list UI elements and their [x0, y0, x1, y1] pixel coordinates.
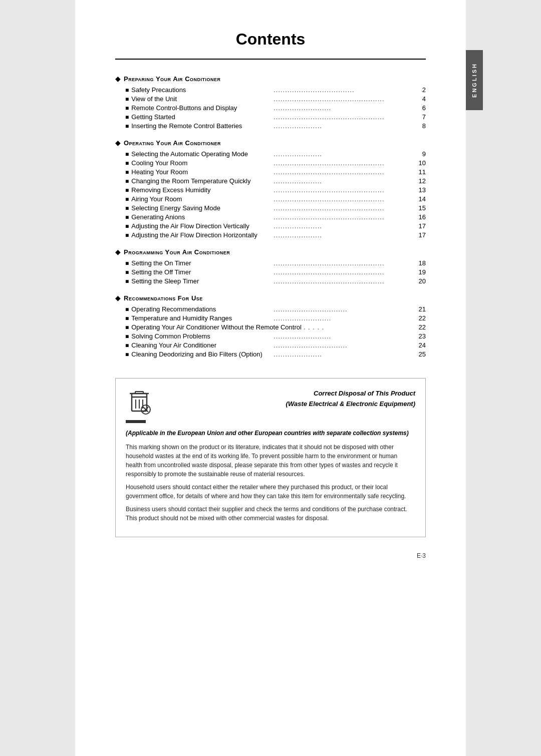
- list-item: ■ Solving Common Problems ..............…: [115, 332, 426, 340]
- bullet-icon: ■: [125, 105, 129, 112]
- list-item: ■ Heating Your Room ....................…: [115, 168, 426, 176]
- list-item: ■ Setting the Off Timer ................…: [115, 268, 426, 276]
- section-recommendations-items: ■ Operating Recommendations ............…: [115, 305, 426, 358]
- bullet-icon: ■: [125, 160, 129, 167]
- section-operating-items: ■ Selecting the Automatic Operating Mode…: [115, 150, 426, 239]
- sidebar-tab: ENGLISH: [466, 50, 483, 110]
- bullet-icon: ■: [125, 278, 129, 285]
- bullet-icon: ■: [125, 114, 129, 121]
- bullet-icon: ■: [125, 333, 129, 340]
- bullet-icon: ■: [125, 223, 129, 230]
- disposal-title: Correct Disposal of This Product (Waste …: [166, 389, 415, 410]
- bullet-icon: ■: [125, 196, 129, 203]
- section-diamond: ◆: [115, 294, 121, 302]
- bullet-icon: ■: [125, 205, 129, 212]
- disposal-para-2: Household users should contact either th…: [126, 483, 415, 501]
- section-programming-items: ■ Setting the On Timer .................…: [115, 259, 426, 285]
- section-diamond: ◆: [115, 248, 121, 256]
- section-diamond: ◆: [115, 75, 121, 83]
- list-item: ■ Remote Control-Buttons and Display ...…: [115, 104, 426, 112]
- section-preparing-items: ■ Safety Precautions ...................…: [115, 86, 426, 130]
- title-divider: [115, 59, 426, 60]
- bullet-icon: ■: [125, 342, 129, 349]
- list-item: ■ Generating Anions ....................…: [115, 213, 426, 221]
- bullet-icon: ■: [125, 178, 129, 185]
- list-item: ■ Selecting Energy Saving Mode .........…: [115, 204, 426, 212]
- bullet-icon: ■: [125, 123, 129, 130]
- list-item: ■ Changing the Room Temperature Quickly …: [115, 177, 426, 185]
- sidebar-label: ENGLISH: [471, 63, 477, 98]
- bullet-icon: ■: [125, 260, 129, 267]
- list-item: ■ Selecting the Automatic Operating Mode…: [115, 150, 426, 158]
- list-item: ■ Cleaning Deodorizing and Bio Filters (…: [115, 350, 426, 358]
- list-item: ■ View of the Unit .....................…: [115, 95, 426, 103]
- list-item: ■ Removing Excess Humidity .............…: [115, 186, 426, 194]
- bullet-icon: ■: [125, 187, 129, 194]
- list-item: ■ Adjusting the Air Flow Direction Horiz…: [115, 231, 426, 239]
- list-item: ■ Getting Started ......................…: [115, 113, 426, 121]
- section-operating-title: Operating Your Air Conditioner: [124, 139, 221, 147]
- disposal-box: Correct Disposal of This Product (Waste …: [115, 378, 426, 537]
- page-container: ENGLISH Contents ◆ Preparing Your Air Co…: [75, 0, 466, 756]
- list-item: ■ Cleaning Your Air Conditioner ........…: [115, 341, 426, 349]
- section-programming-title: Programming Your Air Conditioner: [124, 248, 230, 256]
- section-operating-header: ◆ Operating Your Air Conditioner: [115, 139, 426, 147]
- disposal-subtitle: (Applicable in the European Union and ot…: [126, 429, 415, 438]
- bullet-icon: ■: [125, 214, 129, 221]
- bullet-icon: ■: [125, 169, 129, 176]
- disposal-para-3: Business users should contact their supp…: [126, 505, 415, 523]
- list-item: ■ Setting the Sleep Timer ..............…: [115, 277, 426, 285]
- list-item: ■ Adjusting the Air Flow Direction Verti…: [115, 222, 426, 230]
- bullet-icon: ■: [125, 96, 129, 103]
- list-item: ■ Airing Your Room .....................…: [115, 195, 426, 203]
- list-item: ■ Cooling Your Room ....................…: [115, 159, 426, 167]
- list-item: ■ Operating Your Air Conditioner Without…: [115, 323, 426, 331]
- weee-icon: [126, 389, 156, 423]
- page-title: Contents: [115, 30, 426, 49]
- list-item: ■ Inserting the Remote Control Batteries…: [115, 122, 426, 130]
- bullet-icon: ■: [125, 87, 129, 94]
- bullet-icon: ■: [125, 306, 129, 313]
- list-item: ■ Temperature and Humidity Ranges ......…: [115, 314, 426, 322]
- bullet-icon: ■: [125, 315, 129, 322]
- disposal-para-1: This marking shown on the product or its…: [126, 443, 415, 479]
- section-programming-header: ◆ Programming Your Air Conditioner: [115, 248, 426, 256]
- list-item: ■ Safety Precautions ...................…: [115, 86, 426, 94]
- bullet-icon: ■: [125, 269, 129, 276]
- bullet-icon: ■: [125, 324, 129, 331]
- bullet-icon: ■: [125, 151, 129, 158]
- weee-bar: [126, 420, 146, 423]
- bullet-icon: ■: [125, 232, 129, 239]
- section-recommendations-header: ◆ Recommendations For Use: [115, 294, 426, 302]
- section-diamond: ◆: [115, 139, 121, 147]
- bullet-icon: ■: [125, 351, 129, 358]
- svg-rect-3: [135, 392, 143, 394]
- list-item: ■ Setting the On Timer .................…: [115, 259, 426, 267]
- section-recommendations-title: Recommendations For Use: [124, 294, 203, 302]
- section-preparing-header: ◆ Preparing Your Air Conditioner: [115, 75, 426, 83]
- section-preparing-title: Preparing Your Air Conditioner: [124, 75, 221, 83]
- toc-content: ◆ Preparing Your Air Conditioner ■ Safet…: [115, 75, 426, 358]
- disposal-box-top: Correct Disposal of This Product (Waste …: [126, 389, 415, 423]
- list-item: ■ Operating Recommendations ............…: [115, 305, 426, 313]
- page-number: E·3: [115, 552, 426, 559]
